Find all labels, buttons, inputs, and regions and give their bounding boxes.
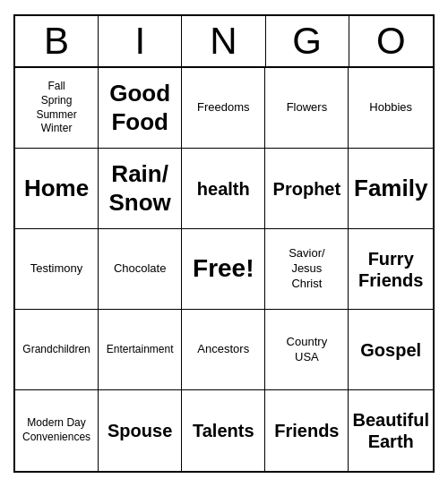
bingo-cell-10: Testimony xyxy=(15,229,99,310)
header-letter-b: B xyxy=(15,16,99,66)
bingo-cell-0: Fall Spring Summer Winter xyxy=(15,68,99,149)
cell-text-10: Testimony xyxy=(30,261,83,277)
bingo-cell-22: Talents xyxy=(182,390,265,471)
cell-text-14: Furry Friends xyxy=(358,248,423,291)
bingo-cell-15: Grandchildren xyxy=(15,310,99,390)
cell-text-16: Entertainment xyxy=(107,343,174,357)
header-letter-g: G xyxy=(266,16,349,66)
bingo-cell-16: Entertainment xyxy=(99,310,182,390)
bingo-cell-21: Spouse xyxy=(99,390,182,471)
cell-text-5: Home xyxy=(24,175,89,202)
bingo-header: BINGO xyxy=(15,16,433,68)
bingo-cell-24: Beautiful Earth xyxy=(349,390,433,471)
cell-text-6: Rain/ Snow xyxy=(108,160,170,216)
cell-text-1: Good Food xyxy=(109,80,170,135)
cell-text-24: Beautiful Earth xyxy=(352,409,429,452)
bingo-cell-20: Modern Day Conveniences xyxy=(15,390,99,471)
bingo-cell-7: health xyxy=(182,149,265,229)
cell-text-15: Grandchildren xyxy=(22,343,90,357)
cell-text-17: Ancestors xyxy=(197,342,249,357)
cell-text-13: Savior/ Jesus Christ xyxy=(289,246,324,292)
bingo-cell-18: Country USA xyxy=(265,310,349,390)
cell-text-0: Fall Spring Summer Winter xyxy=(36,80,76,135)
bingo-cell-6: Rain/ Snow xyxy=(99,149,182,229)
cell-text-8: Prophet xyxy=(273,178,341,200)
bingo-card: BINGO Fall Spring Summer WinterGood Food… xyxy=(13,14,435,473)
bingo-cell-19: Gospel xyxy=(349,310,433,390)
cell-text-4: Hobbies xyxy=(369,100,412,115)
bingo-cell-4: Hobbies xyxy=(349,68,433,149)
cell-text-22: Talents xyxy=(193,420,254,441)
bingo-grid: Fall Spring Summer WinterGood FoodFreedo… xyxy=(15,68,433,471)
cell-text-2: Freedoms xyxy=(197,100,250,115)
cell-text-19: Gospel xyxy=(360,339,421,361)
cell-text-18: Country USA xyxy=(287,335,328,365)
header-letter-i: I xyxy=(99,16,182,66)
bingo-cell-14: Furry Friends xyxy=(349,229,433,310)
bingo-cell-8: Prophet xyxy=(265,149,349,229)
cell-text-7: health xyxy=(197,178,250,200)
bingo-cell-5: Home xyxy=(15,149,99,229)
bingo-cell-11: Chocolate xyxy=(99,229,182,310)
bingo-cell-17: Ancestors xyxy=(182,310,265,390)
bingo-cell-12: Free! xyxy=(182,229,265,310)
cell-text-11: Chocolate xyxy=(114,261,167,277)
header-letter-n: N xyxy=(182,16,265,66)
bingo-cell-1: Good Food xyxy=(99,68,182,149)
bingo-cell-2: Freedoms xyxy=(182,68,265,149)
bingo-cell-9: Family xyxy=(349,149,433,229)
bingo-cell-3: Flowers xyxy=(265,68,349,149)
cell-text-21: Spouse xyxy=(108,420,172,441)
cell-text-12: Free! xyxy=(193,252,254,285)
cell-text-3: Flowers xyxy=(287,100,328,115)
cell-text-23: Friends xyxy=(274,420,339,441)
header-letter-o: O xyxy=(349,16,433,66)
cell-text-9: Family xyxy=(354,175,427,202)
cell-text-20: Modern Day Conveniences xyxy=(22,416,90,444)
bingo-cell-13: Savior/ Jesus Christ xyxy=(265,229,349,310)
bingo-cell-23: Friends xyxy=(265,390,349,471)
